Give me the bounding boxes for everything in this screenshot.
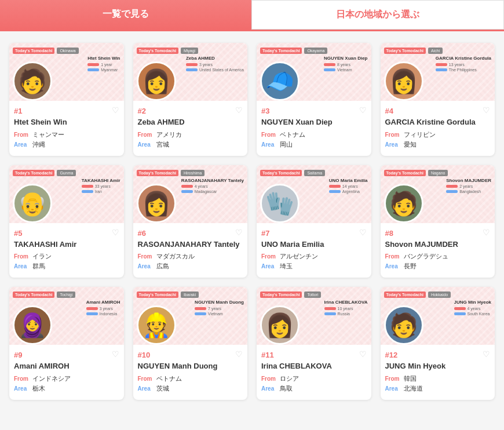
avatar: 👷 xyxy=(137,305,176,345)
avatar-image: 👩 xyxy=(386,63,422,99)
from-label: From xyxy=(138,253,154,260)
from-label: From xyxy=(138,132,154,138)
avatar-image: 🧑 xyxy=(14,63,50,99)
card-image-area: Today's Tomodachi Miyagi Zeba AHMED 3 ye… xyxy=(133,43,248,101)
avatar-image: 👩 xyxy=(138,63,174,99)
rank-number: #9 xyxy=(14,351,119,359)
year-bar xyxy=(86,307,98,310)
mini-info: JUNG Min Hyeok 4 years South Korea xyxy=(454,300,491,316)
from-value: アメリカ xyxy=(156,130,182,139)
area-badge: Tochigi xyxy=(57,291,75,298)
avatar-image: 🧢 xyxy=(262,63,298,99)
card-image-area: Today's Tomodachi Aichi GARCIA Kristine … xyxy=(381,43,495,101)
today-badge: Today's Tomodachi xyxy=(384,48,426,54)
heart-icon[interactable]: ♡ xyxy=(483,105,490,115)
mini-years: 13 years xyxy=(436,63,491,67)
rank-number: #5 xyxy=(14,229,119,238)
mini-country: The Philippines xyxy=(436,68,491,72)
area-label: Area xyxy=(385,141,401,148)
area-row: Area 鳥取 xyxy=(261,384,367,393)
heart-icon[interactable]: ♡ xyxy=(112,105,119,115)
heart-icon[interactable]: ♡ xyxy=(235,105,243,115)
mini-name: TAKAHASHI Amir xyxy=(82,178,120,184)
year-bar xyxy=(436,63,447,66)
year-bar xyxy=(195,307,206,310)
card-body: #1 Htet Shein Win From ミャンマー Area 沖縄 xyxy=(9,101,124,156)
heart-icon[interactable]: ♡ xyxy=(112,349,119,359)
card-body: #12 JUNG Min Hyeok From 韓国 Area 北海道 xyxy=(381,345,495,400)
person-card[interactable]: Today's Tomodachi Aichi GARCIA Kristine … xyxy=(381,43,495,156)
from-label: From xyxy=(385,132,401,138)
year-bar xyxy=(446,185,458,188)
heart-icon[interactable]: ♡ xyxy=(235,228,243,237)
mini-info: Irina CHEBLAKOVA 10 years Russia xyxy=(324,300,368,316)
person-name: Shovon MAJUMDER xyxy=(385,240,491,249)
country-bar xyxy=(195,312,206,315)
badge-bar: Today's Tomodachi Ibaraki xyxy=(133,291,248,298)
avatar-image: 🧕 xyxy=(14,307,50,343)
person-card[interactable]: Today's Tomodachi Okinawa Htet Shein Win… xyxy=(9,43,124,156)
mini-country: Argentina xyxy=(329,190,368,194)
person-card[interactable]: Today's Tomodachi Tochigi Amani AMIROH 3… xyxy=(9,287,124,400)
person-card[interactable]: Today's Tomodachi Hokkaido JUNG Min Hyeo… xyxy=(381,287,495,400)
from-value: ベトナム xyxy=(156,374,182,383)
heart-icon[interactable]: ♡ xyxy=(483,228,490,237)
rank-number: #3 xyxy=(261,107,367,115)
avatar: 🧑 xyxy=(384,184,423,223)
mini-years: 3 years xyxy=(86,307,120,311)
avatar: 👴 xyxy=(13,184,52,223)
person-card[interactable]: Today's Tomodachi Ibaraki NGUYEN Manh Du… xyxy=(133,287,248,400)
mini-years: 1 year xyxy=(87,63,120,67)
badge-bar: Today's Tomodachi Aichi xyxy=(381,48,495,54)
avatar: 👩 xyxy=(260,305,300,345)
person-card[interactable]: Today's Tomodachi Tottori Irina CHEBLAKO… xyxy=(257,287,371,400)
avatar-image: 👩 xyxy=(138,185,174,221)
area-label: Area xyxy=(138,263,154,269)
card-body: #11 Irina CHEBLAKOVA From ロシア Area 鳥取 xyxy=(257,345,371,400)
tab-region[interactable]: 日本の地域から選ぶ xyxy=(251,0,504,30)
person-card[interactable]: Today's Tomodachi Gunma TAKAHASHI Amir 3… xyxy=(9,165,124,278)
mini-name: Htet Shein Win xyxy=(87,56,120,61)
heart-icon[interactable]: ♡ xyxy=(359,228,367,237)
heart-icon[interactable]: ♡ xyxy=(359,349,367,359)
area-badge: Tottori xyxy=(304,291,321,298)
tab-list-label: 一覧で見る xyxy=(103,9,149,19)
person-card[interactable]: Today's Tomodachi Nagano Shovon MAJUMDER… xyxy=(381,165,495,278)
today-badge: Today's Tomodachi xyxy=(384,291,426,298)
from-value: マダガスカル xyxy=(156,252,195,261)
mini-name: Shovon MAJUMDER xyxy=(446,178,491,184)
avatar: 🧑 xyxy=(13,61,52,101)
area-row: Area 広島 xyxy=(138,262,243,271)
mini-name: Zeba AHMED xyxy=(186,56,244,61)
mini-country: Madagascar xyxy=(181,190,244,194)
avatar-image: 🧤 xyxy=(262,185,298,221)
person-card[interactable]: Today's Tomodachi Hiroshima RASOANJANAHA… xyxy=(133,165,248,278)
from-label: From xyxy=(138,376,154,382)
from-label: From xyxy=(261,376,277,382)
tab-list[interactable]: 一覧で見る xyxy=(0,0,251,30)
rank-number: #11 xyxy=(261,351,367,359)
person-card[interactable]: Today's Tomodachi Okayama NGUYEN Xuan Di… xyxy=(257,43,371,156)
heart-icon[interactable]: ♡ xyxy=(112,228,119,237)
heart-icon[interactable]: ♡ xyxy=(359,105,367,115)
tab-region-label: 日本の地域から選ぶ xyxy=(336,9,419,19)
card-body: #8 Shovon MAJUMDER From バングラデシュ Area 長野 xyxy=(381,223,495,278)
area-label: Area xyxy=(261,385,277,392)
from-value: インドネシア xyxy=(32,374,71,383)
from-value: ベトナム xyxy=(280,130,305,139)
person-card[interactable]: Today's Tomodachi Saitama UNO Maria Emil… xyxy=(257,165,371,278)
area-row: Area 沖縄 xyxy=(14,140,119,149)
heart-icon[interactable]: ♡ xyxy=(235,349,243,359)
heart-icon[interactable]: ♡ xyxy=(483,349,490,359)
area-row: Area 茨城 xyxy=(138,384,243,393)
country-bar xyxy=(329,190,341,193)
person-card[interactable]: Today's Tomodachi Miyagi Zeba AHMED 3 ye… xyxy=(133,43,248,156)
badge-bar: Today's Tomodachi Okinawa xyxy=(9,48,124,54)
from-value: アルゼンチン xyxy=(280,252,318,261)
area-row: Area 宮城 xyxy=(138,140,243,149)
mini-years: 4 years xyxy=(454,307,491,311)
tab-header: 一覧で見る 日本の地域から選ぶ xyxy=(0,0,504,31)
mini-years: 4 years xyxy=(181,184,244,188)
card-image-area: Today's Tomodachi Saitama UNO Maria Emil… xyxy=(257,165,371,223)
card-body: #5 TAKAHASHI Amir From イラン Area 群馬 xyxy=(9,223,124,278)
